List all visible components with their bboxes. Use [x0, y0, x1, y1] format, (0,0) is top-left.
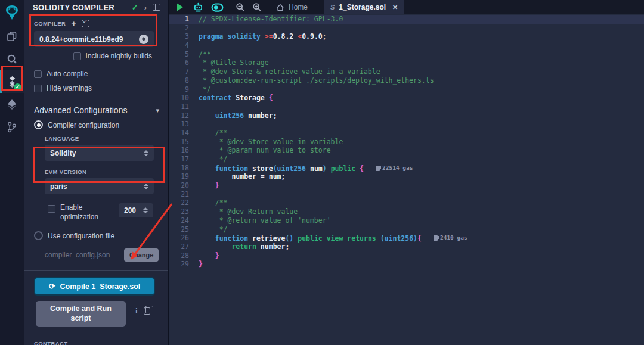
home-icon — [276, 4, 284, 11]
line-number: 15 — [169, 138, 199, 147]
copy-icon[interactable] — [144, 307, 150, 315]
line-number: 29 — [169, 260, 199, 269]
code-line: 5/** — [169, 50, 644, 59]
pin-panel-icon[interactable] — [153, 4, 160, 11]
optimization-runs-input[interactable]: 200 — [119, 203, 153, 217]
code-line: 13 — [169, 120, 644, 129]
enable-optimization-label: Enable optimization — [60, 203, 108, 222]
code-line: 20 } — [169, 181, 644, 190]
copilot-toggle-icon[interactable] — [211, 3, 224, 12]
code-line: 28 } — [169, 251, 644, 260]
tab-home-label: Home — [289, 3, 308, 11]
sidebar-item-solidity-compiler[interactable]: ✓ — [0, 70, 24, 93]
code-line: 24 * @return value of 'number' — [169, 216, 644, 225]
advanced-configurations-heading: Advanced Configurations — [34, 105, 156, 115]
code-line: 16 * @param num value to store — [169, 146, 644, 155]
sidebar-item-git[interactable] — [0, 116, 24, 138]
line-number: 23 — [169, 207, 199, 216]
code-line: 17 */ — [169, 155, 644, 164]
auto-compile-label: Auto compile — [47, 70, 88, 78]
zoom-in-icon[interactable] — [252, 2, 262, 12]
include-nightly-checkbox[interactable] — [73, 52, 81, 60]
collapse-panel-icon[interactable]: › — [144, 3, 147, 12]
line-number: 12 — [169, 111, 199, 120]
line-number: 5 — [169, 50, 199, 59]
code-line: 3pragma solidity >=0.8.2 <0.9.0; — [169, 32, 644, 41]
line-number: 28 — [169, 251, 199, 260]
remix-logo[interactable] — [0, 0, 24, 25]
compiler-version-value: 0.8.24+commit.e11b9ed9 — [39, 35, 139, 43]
line-number: 3 — [169, 32, 199, 41]
language-select[interactable]: Solidity — [45, 145, 154, 161]
line-number: 24 — [169, 216, 199, 225]
deploy-run-icon — [7, 98, 17, 110]
chevron-down-icon: ▾ — [156, 107, 159, 114]
code-line: 8 * @custom:dev-run-script ./scripts/dep… — [169, 76, 644, 85]
close-tab-icon[interactable]: ✕ — [392, 4, 398, 11]
code-line: 29} — [169, 260, 644, 269]
sidebar-item-file-explorer[interactable] — [0, 25, 24, 48]
line-number: 7 — [169, 67, 199, 76]
line-number: 10 — [169, 94, 199, 102]
code-line: 19 number = num; — [169, 172, 644, 181]
compile-button-label: Compile 1_Storage.sol — [60, 282, 141, 291]
line-number: 13 — [169, 120, 199, 129]
tab-storage-sol[interactable]: S 1_Storage.sol ✕ — [324, 0, 404, 14]
line-number: 22 — [169, 198, 199, 207]
hide-warnings-label: Hide warnings — [47, 84, 92, 92]
compiler-configuration-radio[interactable] — [34, 120, 43, 129]
gas-estimate-badge: 22514 gas — [376, 164, 413, 173]
include-nightly-label: Include nightly builds — [86, 52, 152, 60]
line-number: 2 — [169, 24, 199, 33]
code-line: 9 */ — [169, 85, 644, 94]
tab-home[interactable]: Home — [270, 0, 314, 14]
code-line: 4 — [169, 41, 644, 50]
advanced-configurations-toggle[interactable]: Advanced Configurations ▾ — [34, 105, 159, 115]
change-config-button[interactable]: Change — [124, 248, 159, 262]
hide-warnings-checkbox[interactable] — [34, 85, 42, 92]
line-number: 4 — [169, 41, 199, 50]
sidebar-item-search[interactable] — [0, 48, 24, 70]
evm-stepper-icon — [143, 184, 148, 189]
search-icon — [7, 54, 18, 65]
git-branch-icon — [7, 122, 17, 133]
runs-stepper-icon — [143, 207, 148, 213]
enable-optimization-checkbox[interactable] — [48, 205, 55, 213]
ai-assistant-icon[interactable] — [193, 2, 204, 13]
zoom-out-icon[interactable] — [236, 2, 245, 12]
compile-and-run-button[interactable]: Compile and Run script — [36, 301, 126, 327]
info-icon[interactable]: i — [135, 306, 138, 316]
compiler-version-select[interactable]: 0.8.24+commit.e11b9ed9 — [34, 31, 154, 47]
code-lines: 1// SPDX-License-Identifier: GPL-3.023pr… — [169, 14, 644, 269]
line-number: 17 — [169, 155, 199, 164]
tab-storage-label: 1_Storage.sol — [339, 3, 386, 11]
evm-version-value: paris — [50, 182, 143, 191]
code-line: 22 /** — [169, 198, 644, 207]
line-number: 19 — [169, 172, 199, 181]
line-number: 9 — [169, 85, 199, 94]
compiler-configuration-label: Compiler configuration — [48, 121, 119, 129]
panel-title: SOLIDITY COMPILER — [33, 3, 132, 12]
line-number: 25 — [169, 225, 199, 234]
code-line: 11 — [169, 102, 644, 111]
gas-pump-icon — [376, 166, 380, 171]
compile-button[interactable]: ⟳ Compile 1_Storage.sol — [34, 277, 155, 296]
code-editor[interactable]: 1// SPDX-License-Identifier: GPL-3.023pr… — [169, 14, 644, 345]
solidity-file-icon: S — [330, 4, 335, 11]
language-value: Solidity — [50, 149, 143, 157]
file-explorer-icon — [6, 30, 18, 42]
line-number: 16 — [169, 146, 199, 155]
use-configuration-file-radio[interactable] — [34, 231, 43, 240]
line-number: 20 — [169, 181, 199, 190]
line-number: 1 — [169, 15, 199, 24]
config-file-name: compiler_config.json — [45, 251, 124, 259]
add-custom-compiler-icon[interactable]: + — [71, 21, 76, 27]
evm-version-select[interactable]: paris — [45, 178, 154, 194]
run-script-button[interactable] — [177, 3, 183, 11]
code-line: 15 * @dev Store value in variable — [169, 138, 644, 147]
sidebar-item-deploy-run[interactable] — [0, 93, 24, 116]
auto-compile-checkbox[interactable] — [34, 70, 42, 78]
code-line: 1// SPDX-License-Identifier: GPL-3.0 — [169, 15, 644, 24]
import-compiler-icon[interactable] — [82, 20, 89, 27]
language-stepper-icon — [143, 150, 148, 156]
